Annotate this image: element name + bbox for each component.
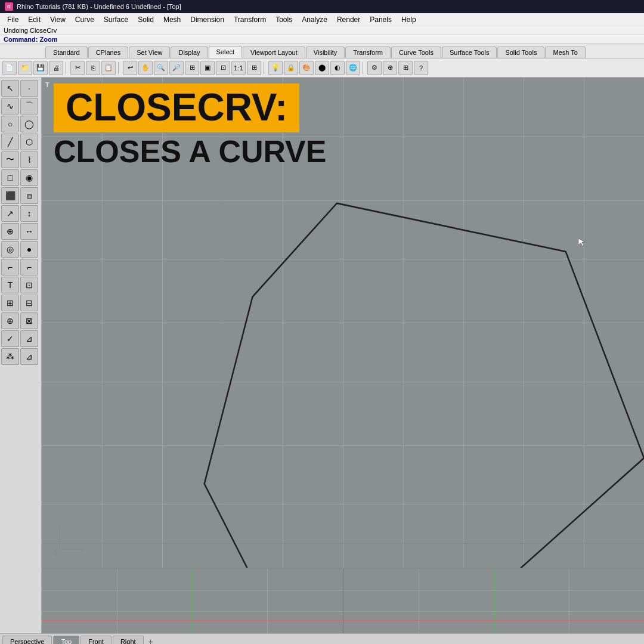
copy-icon[interactable]: ⎘ — [86, 61, 100, 75]
check-tool[interactable]: ✓ — [1, 330, 19, 347]
extend-tool[interactable]: ⌐ — [20, 259, 38, 275]
menu-panels[interactable]: Panels — [365, 14, 397, 25]
open-icon[interactable]: 📁 — [18, 61, 32, 75]
curve-tool[interactable]: ∿ — [1, 98, 19, 114]
transform-tool[interactable]: ↗ — [1, 205, 19, 222]
extrude-tool[interactable]: ⧈ — [20, 187, 38, 204]
mini-viewport-left[interactable] — [42, 569, 343, 633]
bottom-viewports — [42, 568, 644, 633]
menu-edit[interactable]: Edit — [23, 14, 45, 25]
tool-row-2: ∿ ⌒ — [1, 98, 40, 114]
lock-icon[interactable]: 🔒 — [284, 61, 298, 75]
new-icon[interactable]: 📄 — [2, 61, 17, 75]
print-icon[interactable]: 🖨 — [49, 61, 63, 75]
tab-transform[interactable]: Transform — [345, 47, 391, 58]
main-area: ↖ · ∿ ⌒ ○ ◯ ╱ ⬡ 〜 ⌇ □ ◉ ⬛ ⧈ ↗ ↕ — [0, 78, 644, 633]
zoom-1to1-icon[interactable]: 1:1 — [231, 61, 246, 75]
tool-row-15: ✓ ⊿ — [1, 330, 40, 347]
spline-tool[interactable]: ⌇ — [20, 151, 38, 168]
cut-icon[interactable]: ✂ — [70, 61, 85, 75]
select-tool[interactable]: ↖ — [1, 80, 19, 97]
group-tool[interactable]: ⊟ — [20, 295, 38, 311]
freeform-tool[interactable]: 〜 — [1, 151, 19, 168]
tab-set-view[interactable]: Set View — [129, 47, 170, 58]
tab-top[interactable]: Top — [53, 636, 79, 645]
polyline-tool[interactable]: ⬡ — [20, 134, 38, 150]
tab-visibility[interactable]: Visibility — [306, 47, 345, 58]
tab-standard[interactable]: Standard — [45, 47, 88, 58]
dim-tool[interactable]: ⊡ — [20, 277, 38, 293]
ellipse-tool[interactable]: ◯ — [20, 116, 38, 132]
menu-help[interactable]: Help — [397, 14, 421, 25]
sphere-tool[interactable]: ◉ — [20, 169, 38, 186]
object-tool[interactable]: ◎ — [1, 241, 19, 258]
snap-icon[interactable]: ⊕ — [383, 61, 397, 75]
undo-icon[interactable]: ↩ — [123, 61, 137, 75]
tab-front[interactable]: Front — [80, 636, 112, 645]
settings-icon[interactable]: ⚙ — [367, 61, 382, 75]
tab-display[interactable]: Display — [171, 47, 208, 58]
add-view-button[interactable]: + — [145, 636, 157, 645]
snap-tool[interactable]: ⊕ — [1, 223, 19, 240]
tab-curve-tools[interactable]: Curve Tools — [391, 47, 441, 58]
zoom-out-icon[interactable]: 🔎 — [169, 61, 184, 75]
tab-cplanes[interactable]: CPlanes — [88, 47, 129, 58]
x-axis-label: x — [53, 547, 56, 553]
circle-tool[interactable]: ○ — [1, 116, 19, 132]
light-icon[interactable]: 💡 — [268, 61, 283, 75]
menu-analyze[interactable]: Analyze — [297, 14, 332, 25]
menu-view[interactable]: View — [45, 14, 70, 25]
join-tool[interactable]: ⊿ — [20, 348, 38, 365]
sphere-icon[interactable]: ⬤ — [315, 61, 329, 75]
zoom-selected-icon[interactable]: ⊡ — [216, 61, 230, 75]
menu-dimension[interactable]: Dimension — [185, 14, 229, 25]
color-icon[interactable]: 🎨 — [299, 61, 314, 75]
menu-file[interactable]: File — [2, 14, 23, 25]
menu-tools[interactable]: Tools — [271, 14, 297, 25]
viewport-area[interactable]: CLOSECRV: CLOSES A CURVE T y x — [42, 78, 644, 633]
tab-solid-tools[interactable]: Solid Tools — [497, 47, 544, 58]
zoom-in-icon[interactable]: 🔍 — [154, 61, 168, 75]
paste-icon[interactable]: 📋 — [101, 61, 116, 75]
tab-mesh-tools[interactable]: Mesh To — [545, 47, 585, 58]
tab-viewport-layout[interactable]: Viewport Layout — [243, 47, 305, 58]
menu-mesh[interactable]: Mesh — [159, 14, 185, 25]
command-line: Command: Zoom — [0, 35, 644, 44]
zoom-extent-icon[interactable]: ⊞ — [185, 61, 199, 75]
point-tool[interactable]: · — [20, 80, 38, 97]
pan-icon[interactable]: ✋ — [138, 61, 153, 75]
line-tool[interactable]: ╱ — [1, 134, 19, 150]
menu-curve[interactable]: Curve — [70, 14, 99, 25]
mini-viewport-right[interactable] — [343, 569, 645, 633]
tab-select[interactable]: Select — [209, 46, 243, 58]
render-icon[interactable]: 🌐 — [346, 61, 360, 75]
help-icon[interactable]: ? — [414, 61, 428, 75]
menu-transform[interactable]: Transform — [229, 14, 271, 25]
tab-perspective[interactable]: Perspective — [2, 636, 52, 645]
main-viewport[interactable]: CLOSECRV: CLOSES A CURVE T y x — [42, 78, 644, 568]
measure-tool[interactable]: ↔ — [20, 223, 38, 240]
dot-tool[interactable]: ● — [20, 241, 38, 258]
menu-solid[interactable]: Solid — [133, 14, 159, 25]
move-tool[interactable]: ↕ — [20, 205, 38, 222]
box-tool[interactable]: □ — [1, 169, 19, 186]
tool-row-10: ◎ ● — [1, 241, 40, 258]
menu-surface[interactable]: Surface — [99, 14, 133, 25]
block-tool[interactable]: ⊞ — [1, 295, 19, 311]
arc-tool[interactable]: ⌒ — [20, 98, 38, 114]
menu-render[interactable]: Render — [332, 14, 365, 25]
properties-tool[interactable]: ⊠ — [20, 312, 38, 329]
ortho-icon[interactable]: ⊞ — [398, 61, 413, 75]
explode-tool[interactable]: ⁂ — [1, 348, 19, 365]
zoom-window-icon[interactable]: ▣ — [200, 61, 215, 75]
layer-tool[interactable]: ⊕ — [1, 312, 19, 329]
material-icon[interactable]: ◐ — [330, 61, 345, 75]
solid-tool[interactable]: ⬛ — [1, 187, 19, 204]
trim-tool[interactable]: ⌐ — [1, 259, 19, 275]
save-icon[interactable]: 💾 — [33, 61, 48, 75]
tab-surface-tools[interactable]: Surface Tools — [442, 47, 497, 58]
tab-right[interactable]: Right — [113, 636, 144, 645]
align-tool[interactable]: ⊿ — [20, 330, 38, 347]
grid-icon[interactable]: ⊞ — [247, 61, 261, 75]
text-tool[interactable]: T — [1, 277, 19, 293]
